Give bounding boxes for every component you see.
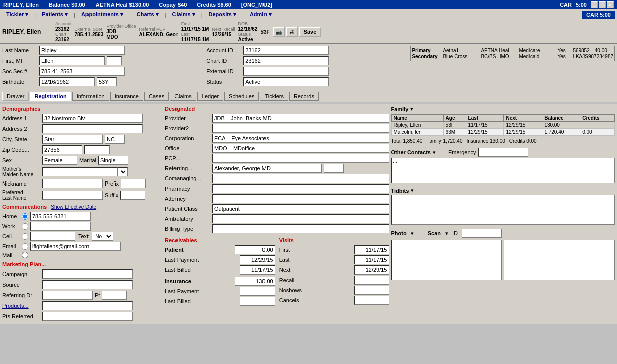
referring-code[interactable]: [324, 164, 344, 173]
noshows-input[interactable]: [354, 286, 389, 295]
window-controls[interactable]: _ □ ×: [591, 1, 614, 8]
cell-radio[interactable]: [22, 233, 28, 240]
suffix-input[interactable]: [120, 191, 145, 200]
tab-records[interactable]: Records: [289, 92, 319, 101]
scan-arrow[interactable]: ▾: [445, 230, 448, 237]
last-billed-recv-input[interactable]: [240, 265, 275, 275]
tab-claims[interactable]: Claims: [170, 92, 196, 101]
pcp-input[interactable]: [212, 154, 389, 163]
account-id-input[interactable]: [243, 46, 329, 55]
comanaging-input[interactable]: [212, 174, 389, 183]
last-visit-input[interactable]: [354, 255, 389, 264]
sex-input[interactable]: [42, 156, 77, 165]
source-input[interactable]: [42, 280, 133, 289]
next-visit-input[interactable]: [354, 265, 389, 275]
pharmacy-input[interactable]: [212, 184, 389, 193]
city-input[interactable]: [42, 135, 103, 144]
family-row[interactable]: Malcolm, len63M12/29/1512/29/151,720.400…: [391, 129, 615, 136]
photo-id-input[interactable]: [462, 229, 502, 238]
state-input[interactable]: [105, 135, 125, 144]
family-row[interactable]: Ripley, Ellen53F11/17/1512/29/15130.00: [391, 122, 615, 129]
zip-input[interactable]: [42, 145, 82, 154]
insurance-recv-input[interactable]: [235, 277, 275, 286]
pts-referred-input[interactable]: [42, 312, 133, 321]
other-contacts-arrow[interactable]: ▾: [433, 149, 436, 156]
products-link[interactable]: Products...: [2, 303, 42, 309]
menu-patients[interactable]: Patients ▾: [38, 10, 72, 19]
mail-radio[interactable]: [22, 252, 28, 258]
provider2-input[interactable]: [212, 124, 389, 133]
last-name-input[interactable]: [39, 46, 125, 55]
campaign-input[interactable]: [42, 269, 133, 279]
minimize-button[interactable]: _: [591, 1, 598, 8]
billing-type-input[interactable]: [212, 224, 389, 233]
home-input[interactable]: [30, 212, 91, 221]
office-input[interactable]: [212, 144, 389, 153]
menu-admin[interactable]: Admin ▾: [246, 10, 276, 19]
tab-insurance[interactable]: Insurance: [110, 92, 143, 101]
email-radio[interactable]: [22, 243, 28, 250]
emergency-input[interactable]: [478, 148, 528, 157]
provider-input[interactable]: [212, 114, 389, 123]
recall-visit-input[interactable]: [354, 276, 389, 285]
text-select[interactable]: NoYes: [92, 232, 113, 241]
pt-input[interactable]: [102, 291, 127, 300]
ins-last-billed-input[interactable]: [240, 297, 275, 306]
save-button[interactable]: Save: [299, 27, 322, 37]
menu-tickler[interactable]: Tickler ▾: [2, 10, 32, 19]
tab-information[interactable]: Information: [72, 92, 109, 101]
tab-ledger[interactable]: Ledger: [197, 92, 223, 101]
external-id-input[interactable]: [243, 67, 329, 76]
status-input[interactable]: [243, 77, 329, 86]
attorney-input[interactable]: [212, 194, 389, 203]
work-input[interactable]: [30, 222, 91, 231]
nickname-input[interactable]: [42, 179, 103, 188]
mothers-dropdown[interactable]: ▾: [118, 167, 128, 176]
last-payment-recv-input[interactable]: [240, 255, 275, 264]
show-effective-date[interactable]: Show Effective Date: [51, 204, 96, 210]
preferred-input[interactable]: [42, 191, 103, 200]
zip-ext-input[interactable]: [84, 145, 110, 154]
prefix-input[interactable]: [121, 179, 146, 188]
address2-input[interactable]: [42, 124, 143, 133]
marital-input[interactable]: [98, 156, 128, 165]
menu-charts[interactable]: Charts ▾: [133, 10, 163, 19]
mothers-input[interactable]: [42, 167, 118, 176]
mi-input[interactable]: [107, 56, 122, 65]
tidbits-arrow[interactable]: ▾: [411, 187, 414, 194]
address1-input[interactable]: [42, 114, 143, 123]
birthdate-input[interactable]: [39, 77, 95, 86]
products-input[interactable]: [42, 301, 133, 310]
menu-claims[interactable]: Claims ▾: [168, 10, 199, 19]
tab-cases[interactable]: Cases: [144, 92, 169, 101]
menu-appointments[interactable]: Appointments ▾: [77, 10, 127, 19]
menu-deposits[interactable]: Deposits ▾: [205, 10, 241, 19]
tab-ticklers[interactable]: Ticklers: [260, 92, 288, 101]
first-name-input[interactable]: [39, 56, 105, 65]
chart-id-input[interactable]: [243, 56, 329, 65]
ambulatory-input[interactable]: [212, 214, 389, 223]
email-input[interactable]: [30, 242, 121, 251]
marketing-title[interactable]: Marketing Plan...: [2, 261, 163, 267]
home-radio[interactable]: [22, 213, 28, 220]
referring-input[interactable]: [212, 164, 322, 173]
patient-recv-input[interactable]: [235, 245, 275, 254]
maximize-button[interactable]: □: [599, 1, 606, 8]
photo-arrow[interactable]: ▾: [411, 230, 414, 237]
print-button[interactable]: 🖨: [286, 27, 298, 37]
cell-input[interactable]: [30, 232, 75, 241]
referring-dr-input[interactable]: [42, 291, 93, 300]
first-visit-input[interactable]: [354, 245, 389, 254]
tab-schedules[interactable]: Schedules: [224, 92, 259, 101]
cancels-input[interactable]: [354, 296, 389, 305]
family-dropdown-arrow[interactable]: ▾: [410, 106, 413, 112]
close-button[interactable]: ×: [607, 1, 614, 8]
tab-registration[interactable]: Registration: [30, 92, 71, 101]
camera-button[interactable]: 📷: [273, 27, 285, 37]
ins-last-payment-input[interactable]: [240, 287, 275, 296]
tab-drawer[interactable]: Drawer: [2, 92, 29, 101]
work-radio[interactable]: [22, 223, 28, 230]
patient-class-input[interactable]: [212, 204, 389, 213]
soc-sec-input[interactable]: [39, 67, 125, 76]
corporation-input[interactable]: [212, 134, 389, 143]
